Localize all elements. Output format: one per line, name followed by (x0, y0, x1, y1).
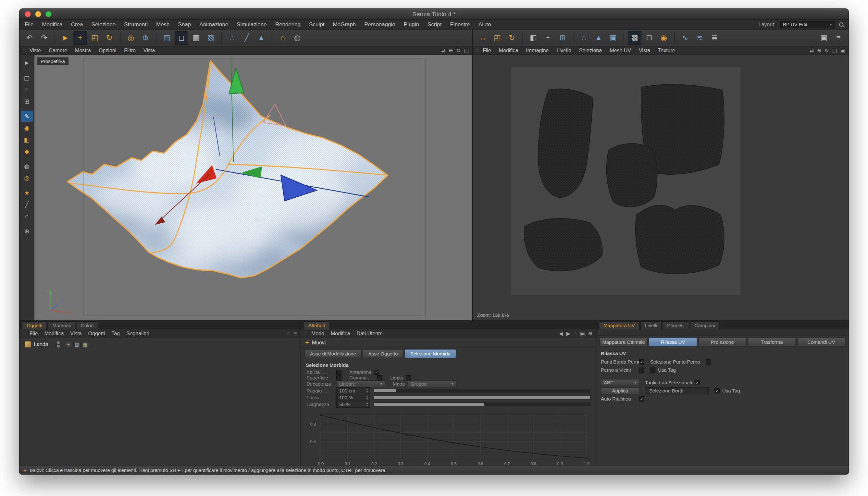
menu-selezione[interactable]: Selezione (92, 21, 116, 28)
tab-trasforma[interactable]: Trasforma (748, 338, 796, 346)
anteprima-checkbox[interactable] (374, 370, 379, 375)
lock-view-icon[interactable]: ▣ (840, 47, 845, 53)
menu-strumenti[interactable]: Strumenti (124, 21, 148, 28)
tab-mappatura-uv[interactable]: Mappatura UV (599, 321, 639, 329)
new-panel-icon[interactable]: ⊕ (588, 330, 592, 337)
fill-tool-icon[interactable]: ◆ (21, 146, 33, 157)
history-forward-icon[interactable]: ▶ (567, 330, 570, 337)
grid-snap-icon[interactable]: ⊟ (642, 31, 656, 45)
magnet-tool-icon[interactable]: ∩ (21, 211, 33, 222)
abilita-checkbox[interactable] (336, 370, 341, 375)
stamp-tool-icon[interactable]: ◉ (21, 122, 33, 134)
selezione-punto-perno-checkbox[interactable] (706, 359, 711, 365)
menu-modifica[interactable]: Modifica (42, 21, 62, 28)
viewport-menu-item[interactable]: Vista (143, 48, 155, 53)
objects-menu-item[interactable]: Tag (111, 331, 120, 337)
phong-tag-icon[interactable]: ▨ (73, 341, 80, 348)
tab-campioni[interactable]: Campioni (690, 321, 720, 329)
algorithm-select[interactable]: ABF ▾ (601, 379, 639, 386)
grip-icon[interactable]: ∷ (23, 48, 26, 53)
coord-system-icon[interactable]: ⊕ (139, 31, 152, 45)
live-selection-icon[interactable]: ► (59, 31, 72, 45)
axis-tag-icon[interactable]: + (65, 341, 72, 348)
menu-snap[interactable]: Snap (178, 21, 191, 28)
tab-asse-oggetto[interactable]: Asse Oggetto (363, 349, 403, 358)
object-row[interactable]: Landa +▨▦ (23, 340, 297, 348)
menu-script[interactable]: Script (428, 21, 441, 28)
selezione-bordi-field[interactable]: Selezione Bordi (645, 387, 709, 394)
close-window-button[interactable] (25, 11, 31, 17)
convert-selection-icon[interactable]: ► (21, 58, 33, 68)
uv-move-icon[interactable]: ↔ (476, 31, 490, 45)
pencil-tool-icon[interactable]: ╱ (21, 199, 33, 210)
objects-menu-item[interactable]: Segnalibri (126, 331, 149, 337)
limita-checkbox[interactable] (406, 375, 411, 381)
tab-comandi-uv[interactable]: Comandi UV (797, 338, 845, 346)
move-tool-icon[interactable]: + (73, 31, 87, 45)
tab-materiali[interactable]: Materiali (48, 321, 75, 329)
menu-plugin[interactable]: Plugin (404, 21, 419, 28)
uv-rotate-icon[interactable]: ↻ (505, 31, 519, 45)
taglia-lati-checkbox[interactable] (695, 380, 700, 385)
search-icon[interactable]: ◌ (286, 331, 290, 337)
modo-select[interactable]: Gruppo ▾ (408, 381, 456, 387)
maximize-view-icon[interactable]: ▢ (832, 47, 837, 53)
make-editable-icon[interactable]: ▤ (160, 31, 174, 45)
perno-a-vicini-checkbox[interactable] (639, 368, 644, 373)
visibility-dots[interactable] (57, 341, 60, 348)
punti-bordo-perno-checkbox[interactable] (639, 359, 644, 365)
menu-personaggio[interactable]: Personaggio (364, 21, 395, 28)
grip-icon[interactable]: ∷ (599, 330, 602, 335)
model-mode-icon[interactable]: ◻ (175, 31, 188, 45)
brush-tool-icon[interactable]: ✎ (21, 111, 33, 122)
forza-field[interactable]: 100 % ▲▼ (336, 394, 370, 401)
uv-canvas[interactable]: Zoom: 138.8% (472, 55, 849, 320)
points-mode-icon[interactable]: ∴ (225, 31, 239, 45)
axis-tool-icon[interactable]: ⊕ (21, 226, 33, 237)
forza-slider[interactable] (374, 396, 590, 399)
viewport-menu-item[interactable]: Camere (49, 48, 67, 53)
stepper-icon[interactable]: ▲▼ (366, 402, 369, 407)
objects-menu-item[interactable]: Vista (70, 331, 81, 337)
tab-mappatura-ottimale[interactable]: Mappatura Ottimale (600, 338, 648, 346)
stepper-icon[interactable]: ▲▼ (366, 395, 369, 400)
relax-uv-icon[interactable]: ∿ (679, 31, 692, 45)
menu-aiuto[interactable]: Aiuto (479, 21, 491, 28)
menu-sculpt[interactable]: Sculpt (309, 21, 324, 28)
applica-button[interactable]: Applica (601, 387, 639, 394)
axis-lock-icon[interactable]: ◍ (291, 31, 304, 45)
uv-menu-item[interactable]: Mesh UV (610, 48, 631, 53)
rotate-view-icon[interactable]: ↻ (456, 47, 460, 53)
tab-livelli[interactable]: Livelli (640, 321, 662, 329)
minimize-window-button[interactable] (35, 11, 41, 17)
uv-polygons-mode-icon[interactable]: ▲ (592, 31, 605, 45)
uv-terrace-icon[interactable]: ≋ (693, 31, 707, 45)
gomma-checkbox[interactable] (377, 375, 382, 381)
menu-simulazione[interactable]: Simulazione (237, 21, 267, 28)
viewport-canvas[interactable]: Prospettiva y x z (34, 55, 472, 320)
maximize-view-icon[interactable]: ▢ (464, 47, 469, 53)
uv-points-mode-icon[interactable]: ∴ (577, 31, 591, 45)
objects-menu-item[interactable]: Oggetti (88, 331, 105, 337)
zoom-view-icon[interactable]: ⊕ (449, 47, 453, 53)
last-tool-icon[interactable]: ◎ (124, 31, 138, 45)
objects-menu-item[interactable]: Modifica (45, 331, 64, 337)
grip-icon[interactable]: ∷ (476, 48, 479, 53)
pin-tool-icon[interactable]: ◎ (21, 172, 33, 183)
uv-island-mode-icon[interactable]: ▣ (606, 31, 620, 45)
tab-rilassa-uv[interactable]: Rilassa UV (649, 338, 697, 346)
tab-attributi[interactable]: Attributi (304, 321, 329, 329)
menu-animazione[interactable]: Animazione (199, 21, 228, 28)
uv-scale-icon[interactable]: ◰ (491, 31, 504, 45)
edges-mode-icon[interactable]: ╱ (240, 31, 253, 45)
star-tool-icon[interactable]: ★ (21, 187, 33, 198)
zoom-window-button[interactable] (45, 11, 52, 17)
checker-texture-icon[interactable]: ▩ (628, 31, 641, 45)
workplane-icon[interactable]: ▧ (204, 31, 217, 45)
grip-icon[interactable]: ∷ (23, 331, 26, 336)
fit-canvas-icon[interactable]: ⊞ (556, 31, 569, 45)
undo-icon[interactable]: ↶ (23, 31, 36, 45)
viewport-menu-item[interactable]: Filtro (124, 48, 136, 53)
auto-riallinea-checkbox[interactable] (639, 396, 644, 402)
raggio-slider[interactable] (374, 389, 590, 392)
